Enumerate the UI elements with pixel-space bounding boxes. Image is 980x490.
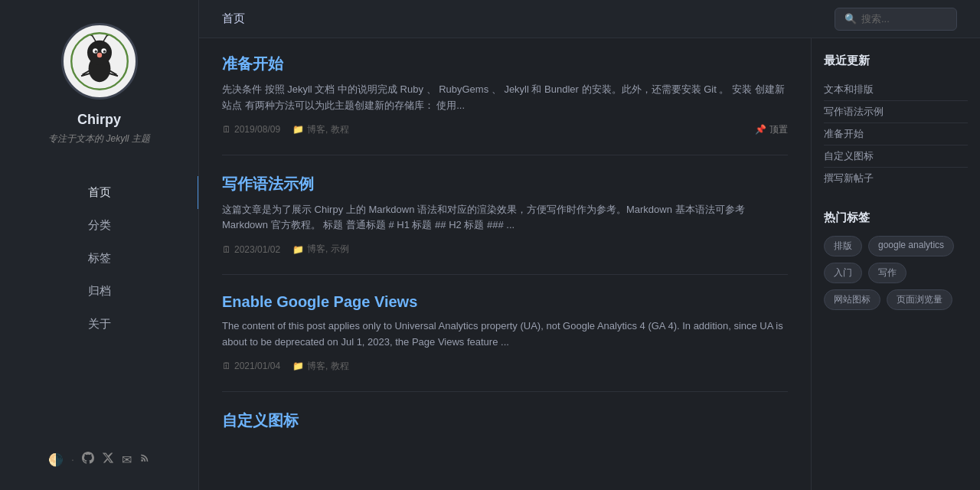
recent-title: 最近更新 [824,54,968,68]
post-categories: 📁 博客, 教程 [292,360,349,373]
svg-point-4 [94,51,96,53]
calendar-icon: 🗓 [222,124,231,135]
search-box[interactable]: 🔍 搜索... [835,8,957,31]
twitter-icon[interactable] [102,452,114,467]
sidebar-item-tags[interactable]: 标签 [0,242,198,275]
sidebar-item-archives[interactable]: 归档 [0,275,198,308]
recent-post-item[interactable]: 准备开始 [824,123,968,145]
site-subtitle: 专注于文本的 Jekyll 主题 [48,132,150,145]
svg-line-6 [92,35,96,41]
right-sidebar: 最近更新 文本和排版 写作语法示例 准备开始 自定义图标 撰写新帖子 热门标签 … [812,38,980,490]
post-date: 🗓 2021/01/04 [222,361,280,371]
site-title: Chirpy [77,112,121,128]
svg-point-5 [103,51,105,53]
post-title[interactable]: 写作语法示例 [222,174,788,194]
pin-badge: 📌 顶置 [755,123,788,136]
folder-icon: 📁 [292,361,304,371]
post-excerpt: The content of this post applies only to… [222,318,788,351]
topnav-home[interactable]: 首页 [222,8,245,29]
svg-point-10 [96,53,101,57]
topnav-links: 首页 [222,8,245,29]
recent-post-item[interactable]: 撰写新帖子 [824,168,968,189]
post-card: 准备开始 先决条件 按照 Jekyll 文档 中的说明完成 Ruby 、 Rub… [222,54,788,155]
post-excerpt: 这篇文章是为了展示 Chirpy 上的 Markdown 语法和对应的渲染效果，… [222,202,788,234]
post-meta: 🗓 2019/08/09 📁 博客, 教程 📌 顶置 [222,123,788,136]
tag-badge[interactable]: 页面浏览量 [887,289,952,310]
post-card: 写作语法示例 这篇文章是为了展示 Chirpy 上的 Markdown 语法和对… [222,174,788,276]
search-icon: 🔍 [844,13,857,24]
post-categories: 📁 博客, 示例 [292,243,349,256]
sidebar-nav: 首页 分类 标签 归档 关于 [0,176,198,341]
calendar-icon: 🗓 [222,361,231,371]
sidebar-item-categories[interactable]: 分类 [0,209,198,242]
folder-icon: 📁 [292,124,304,135]
recent-post-item[interactable]: 自定义图标 [824,145,968,168]
github-icon[interactable] [82,452,94,467]
folder-icon: 📁 [292,244,304,255]
calendar-icon: 🗓 [222,244,231,255]
post-card: Enable Google Page Views The content of … [222,293,788,392]
topnav: 首页 🔍 搜索... [199,0,980,38]
tag-badge[interactable]: google analytics [868,236,954,256]
post-meta: 🗓 2021/01/04 📁 博客, 教程 [222,360,788,373]
sidebar-footer: 🌗 · ✉ [48,444,150,475]
recent-posts-list: 文本和排版 写作语法示例 准备开始 自定义图标 撰写新帖子 [824,79,968,189]
recent-post-item[interactable]: 写作语法示例 [824,101,968,123]
theme-toggle-icon[interactable]: 🌗 [48,452,64,467]
posts-list: 准备开始 先决条件 按照 Jekyll 文档 中的说明完成 Ruby 、 Rub… [199,38,812,490]
rss-icon[interactable] [139,452,150,466]
search-placeholder: 搜索... [861,12,890,26]
post-title[interactable]: Enable Google Page Views [222,293,788,311]
tag-badge[interactable]: 排版 [824,236,862,256]
post-meta: 🗓 2023/01/02 📁 博客, 示例 [222,243,788,256]
post-title[interactable]: 准备开始 [222,54,788,74]
post-date: 🗓 2023/01/02 [222,244,280,255]
tag-badge[interactable]: 入门 [824,263,862,283]
avatar [61,23,138,100]
content-area: 准备开始 先决条件 按照 Jekyll 文档 中的说明完成 Ruby 、 Rub… [199,38,980,490]
email-icon[interactable]: ✉ [122,452,132,467]
post-categories: 📁 博客, 教程 [292,123,349,136]
svg-line-8 [103,35,106,41]
main-area: 首页 🔍 搜索... 准备开始 先决条件 按照 Jekyll 文档 中的说明完成… [199,0,980,490]
post-excerpt: 先决条件 按照 Jekyll 文档 中的说明完成 Ruby 、 RubyGems… [222,82,788,114]
post-date: 🗓 2019/08/09 [222,124,280,135]
post-card: 自定义图标 [222,410,788,457]
sidebar: Chirpy 专注于文本的 Jekyll 主题 首页 分类 标签 归档 关于 🌗… [0,0,199,490]
sidebar-item-home[interactable]: 首页 [0,176,198,209]
post-title[interactable]: 自定义图标 [222,410,788,431]
tag-badge[interactable]: 网站图标 [824,289,880,310]
tags-title: 热门标签 [824,211,968,225]
tag-badge[interactable]: 写作 [868,263,906,283]
sidebar-item-about[interactable]: 关于 [0,308,198,341]
recent-post-item[interactable]: 文本和排版 [824,79,968,101]
tag-cloud: 排版 google analytics 入门 写作 网站图标 页面浏览量 [824,236,968,310]
